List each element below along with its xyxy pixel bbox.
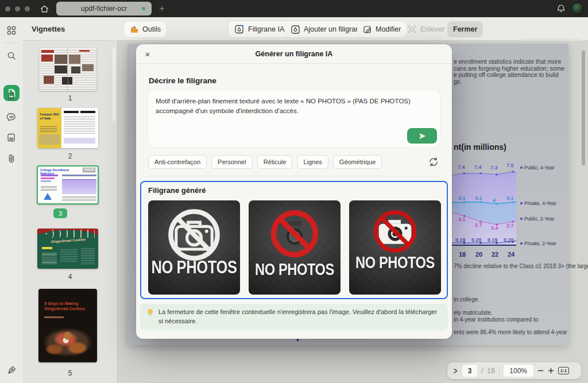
mini-area-chart bbox=[62, 179, 96, 194]
thumbnail-page-3-selected[interactable]: College Enrollment Statistics bbox=[37, 165, 99, 204]
markup-pen-icon[interactable] bbox=[6, 364, 17, 374]
watermark-preview-1[interactable]: NO PHOTOS bbox=[148, 200, 240, 295]
doc-note: ely matriculate. bbox=[454, 310, 492, 316]
value-label: 4 bbox=[493, 198, 496, 203]
comments-icon[interactable] bbox=[6, 112, 17, 122]
tag-geometrique[interactable]: Géométrique bbox=[333, 155, 382, 169]
thumbnail-3-number-badge: 3 bbox=[53, 208, 67, 218]
refresh-tags-button[interactable] bbox=[428, 157, 439, 167]
bill-left-text bbox=[40, 125, 57, 132]
mini-text bbox=[41, 185, 57, 191]
notice-text: La fermeture de cette fenêtre contextuel… bbox=[158, 308, 442, 326]
attachments-icon[interactable] bbox=[6, 153, 17, 164]
thumbnails-scrollbar[interactable] bbox=[113, 48, 115, 121]
x-axis-label: 22 bbox=[492, 251, 498, 258]
notice-banner: La fermeture de cette fenêtre contextuel… bbox=[140, 304, 448, 330]
series-label: Private, 2-Year bbox=[520, 241, 556, 246]
thumbnail-4-number: 4 bbox=[23, 273, 117, 281]
bill-header-bar bbox=[80, 111, 95, 113]
titlebar: updf-fichier-ocr + bbox=[0, 0, 588, 17]
chart-heading: nt(in millions) bbox=[454, 142, 506, 152]
doc-note: in 4-year institutions compared to bbox=[454, 316, 538, 323]
ajouter-filigrane-label: Ajouter un filigrane bbox=[304, 25, 363, 33]
suggestion-tags: Anti-contrefaçon Personnel Réticule Lign… bbox=[148, 155, 382, 169]
window-zoom-button[interactable] bbox=[25, 6, 30, 11]
toolbar: Vignettes Outils Filigrane IA Ajouter un… bbox=[0, 17, 588, 41]
tag-reticule[interactable]: Réticule bbox=[257, 155, 293, 169]
series-label: Public, 2-Year bbox=[520, 216, 555, 222]
watermark-icon bbox=[291, 25, 300, 34]
user-avatar[interactable] bbox=[571, 2, 584, 15]
thumbnail-page-2[interactable]: Camper Bill of Sale bbox=[37, 108, 98, 148]
pages-icon[interactable] bbox=[6, 133, 17, 143]
search-icon[interactable] bbox=[6, 51, 17, 61]
thumbnail-page-4[interactable]: Gingerbread Cookies bbox=[37, 229, 98, 269]
tag-personnel[interactable]: Personnel bbox=[211, 155, 253, 169]
mini-text bbox=[62, 195, 96, 202]
send-icon bbox=[418, 132, 427, 140]
mini-heading bbox=[62, 175, 96, 176]
modal-header: Générer un filigrane IA bbox=[136, 44, 452, 64]
document-scrollbar[interactable] bbox=[582, 51, 585, 165]
thumbnail-page-1[interactable] bbox=[39, 48, 96, 91]
value-label: 7.3 bbox=[490, 165, 498, 171]
zoom-level[interactable]: 100% bbox=[504, 365, 533, 377]
pager-separator bbox=[499, 367, 500, 375]
window-close-button[interactable] bbox=[5, 6, 10, 11]
zoom-in-button[interactable] bbox=[548, 367, 554, 374]
apps-grid-icon[interactable] bbox=[6, 25, 17, 36]
new-tab-button[interactable]: + bbox=[156, 2, 168, 15]
tag-anti-contrefacon[interactable]: Anti-contrefaçon bbox=[148, 155, 207, 169]
bill-body-text bbox=[64, 115, 95, 134]
zoom-out-button[interactable] bbox=[537, 367, 544, 374]
filigrane-ia-button[interactable]: Filigrane IA bbox=[229, 21, 290, 37]
generate-send-button[interactable] bbox=[407, 128, 437, 144]
value-label: 4.1 bbox=[475, 195, 482, 201]
home-button[interactable] bbox=[36, 3, 53, 15]
enlever-button[interactable]: Enlever bbox=[402, 21, 450, 37]
no-camera-red-white-icon bbox=[372, 208, 418, 254]
describe-heading: Décrire le filigrane bbox=[149, 76, 216, 85]
x-axis-label: 18 bbox=[459, 251, 466, 258]
fermer-label: Fermer bbox=[453, 25, 477, 33]
watermark-preview-2[interactable]: NO PHOTOS bbox=[249, 200, 341, 295]
current-page-field[interactable]: 3 bbox=[462, 365, 477, 377]
value-label: 3.1 bbox=[458, 216, 466, 222]
value-label: 0.20 bbox=[504, 237, 514, 243]
value-label: 0.19 bbox=[455, 237, 466, 243]
value-label: 4.1 bbox=[458, 195, 466, 201]
fit-1-1-button[interactable]: 1:1 bbox=[558, 367, 570, 374]
no-camera-white-icon bbox=[165, 206, 223, 264]
prompt-text: Motif d'arrière-plan finement texturé av… bbox=[148, 90, 440, 123]
next-page-button[interactable] bbox=[452, 368, 458, 374]
mini-bar bbox=[41, 175, 58, 176]
modal-close-button[interactable]: × bbox=[142, 48, 153, 60]
watermark-preview-3[interactable]: NO PHOTOS bbox=[349, 200, 441, 295]
watermark-caption: NO PHOTOS bbox=[150, 257, 238, 278]
thumbnail-page-5[interactable]: 5 Steps to Making Gingerbread Cookies bbox=[38, 289, 97, 362]
generated-watermarks-section: Filigrane généré NO PHOTOS bbox=[140, 181, 448, 299]
doc-note: in college. bbox=[454, 296, 479, 303]
document-tab[interactable]: updf-fichier-ocr bbox=[56, 2, 152, 16]
doc-note: ents were 86.4% more likely to attend 4-… bbox=[454, 329, 567, 336]
watermark-caption: NO PHOTOS bbox=[351, 252, 439, 272]
notifications-button[interactable] bbox=[556, 4, 566, 13]
value-label: 4.1 bbox=[506, 195, 514, 201]
no-camera-red-dark-icon bbox=[268, 207, 321, 260]
watermark-prompt-input[interactable]: Motif d'arrière-plan finement texturé av… bbox=[148, 90, 440, 147]
page-divider: / bbox=[481, 367, 483, 375]
home-icon bbox=[40, 4, 49, 14]
modifier-button[interactable]: Modifier bbox=[357, 21, 407, 37]
tag-lignes[interactable]: Lignes bbox=[297, 155, 328, 169]
bookmarks-icon[interactable] bbox=[6, 92, 17, 102]
outils-button[interactable]: Outils bbox=[124, 21, 167, 37]
sidebar-rail bbox=[0, 17, 23, 383]
bell-icon bbox=[556, 4, 566, 13]
fermer-button[interactable]: Fermer bbox=[447, 21, 483, 37]
triangle-logo bbox=[44, 193, 52, 200]
doc-note: 7% decline relative to the Class o1 2018… bbox=[454, 263, 588, 270]
window-minimize-button[interactable] bbox=[15, 6, 20, 11]
value-label: 2.4 bbox=[491, 225, 498, 231]
series-label: Public, 4-Year bbox=[520, 165, 555, 171]
value-label: 2.7 bbox=[475, 222, 482, 228]
